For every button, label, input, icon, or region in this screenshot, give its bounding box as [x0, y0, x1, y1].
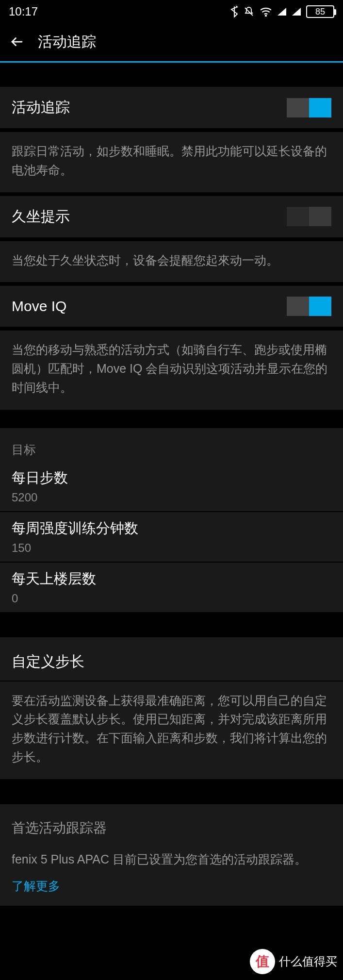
- sedentary-switch[interactable]: [287, 207, 331, 226]
- status-bar: 10:17 85: [0, 0, 343, 23]
- watermark-text: 什么值得买: [279, 954, 337, 969]
- svg-point-0: [265, 16, 266, 17]
- learn-more-link[interactable]: 了解更多: [0, 872, 343, 906]
- floors-item[interactable]: 每天上楼层数 0: [0, 563, 343, 613]
- intensity-minutes-value: 150: [12, 541, 331, 555]
- activity-tracking-desc-section: 跟踪日常活动，如步数和睡眠。禁用此功能可以延长设备的电池寿命。: [0, 132, 343, 193]
- intensity-minutes-item[interactable]: 每周强度训练分钟数 150: [0, 512, 343, 563]
- sedentary-row[interactable]: 久坐提示: [0, 196, 343, 237]
- bluetooth-icon: [230, 6, 238, 17]
- wifi-icon: [260, 7, 272, 17]
- moveiq-section: Move IQ: [0, 286, 343, 328]
- content: 活动追踪 跟踪日常活动，如步数和睡眠。禁用此功能可以延长设备的电池寿命。 久坐提…: [0, 63, 343, 906]
- moveiq-desc-section: 当您的移动与熟悉的活动方式（如骑自行车、跑步或使用椭圆机）匹配时，Move IQ…: [0, 331, 343, 410]
- sedentary-label: 久坐提示: [12, 207, 70, 227]
- tracker-title: 首选活动跟踪器: [0, 804, 343, 842]
- signal-icon-1: [277, 7, 287, 16]
- floors-value: 0: [12, 592, 331, 605]
- page-title: 活动追踪: [38, 32, 96, 52]
- daily-steps-value: 5200: [12, 491, 331, 504]
- stride-title: 自定义步长: [0, 637, 343, 681]
- mute-icon: [243, 6, 255, 17]
- tracker-desc: fenix 5 Plus APAC 目前已设置为您首选的活动跟踪器。: [0, 842, 343, 873]
- floors-label: 每天上楼层数: [12, 569, 331, 589]
- moveiq-switch[interactable]: [287, 297, 331, 316]
- intensity-minutes-label: 每周强度训练分钟数: [12, 519, 331, 538]
- daily-steps-item[interactable]: 每日步数 5200: [0, 462, 343, 512]
- sedentary-desc: 当您处于久坐状态时，设备会提醒您起來动一动。: [0, 241, 343, 282]
- sedentary-section: 久坐提示: [0, 196, 343, 238]
- signal-icon-2: [292, 7, 301, 16]
- battery-icon: 85: [306, 5, 334, 18]
- activity-tracking-desc: 跟踪日常活动，如步数和睡眠。禁用此功能可以延长设备的电池寿命。: [0, 132, 343, 192]
- status-time: 10:17: [9, 5, 38, 18]
- app-bar: 活动追踪: [0, 23, 343, 60]
- stride-desc-section: 要在活动监测设备上获得最准确距离，您可以用自己的自定义步长覆盖默认步长。使用已知…: [0, 681, 343, 780]
- watermark-badge: 值: [250, 949, 275, 974]
- watermark: 值 什么值得买: [250, 949, 337, 974]
- status-icons: 85: [230, 5, 334, 18]
- activity-tracking-switch[interactable]: [287, 98, 331, 117]
- activity-tracking-row[interactable]: 活动追踪: [0, 87, 343, 128]
- moveiq-label: Move IQ: [12, 298, 66, 315]
- moveiq-desc: 当您的移动与熟悉的活动方式（如骑自行车、跑步或使用椭圆机）匹配时，Move IQ…: [0, 331, 343, 409]
- activity-tracking-section: 活动追踪: [0, 87, 343, 129]
- goals-header: 目标: [0, 428, 343, 462]
- daily-steps-label: 每日步数: [12, 468, 331, 488]
- activity-tracking-label: 活动追踪: [12, 98, 70, 117]
- sedentary-desc-section: 当您处于久坐状态时，设备会提醒您起來动一动。: [0, 241, 343, 283]
- back-icon[interactable]: [10, 34, 24, 49]
- moveiq-row[interactable]: Move IQ: [0, 286, 343, 327]
- stride-desc: 要在活动监测设备上获得最准确距离，您可以用自己的自定义步长覆盖默认步长。使用已知…: [0, 681, 343, 779]
